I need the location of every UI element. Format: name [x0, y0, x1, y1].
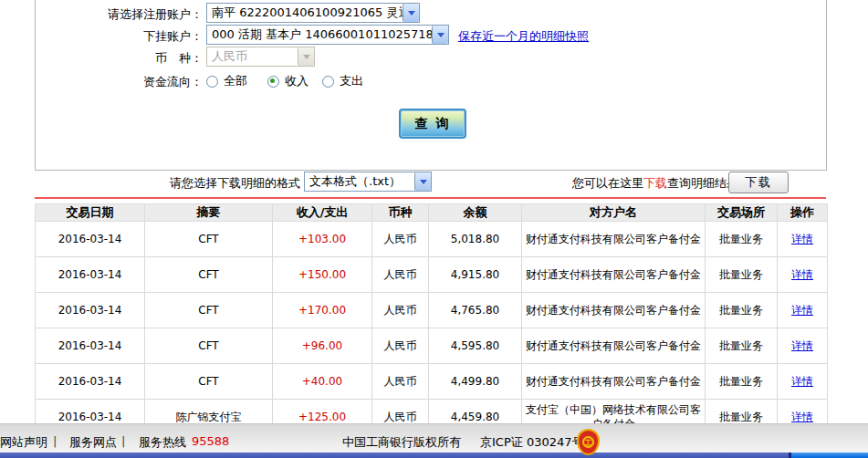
cell-counterparty: 财付通支付科技有限公司客户备付金 — [522, 257, 706, 293]
radio-flow-income[interactable]: 收入 — [267, 73, 309, 89]
cell-channel: 批量业务 — [706, 328, 778, 364]
table-row: 2016-03-14 CFT +103.00 人民币 5,018.80 财付通支… — [36, 222, 828, 257]
cell-counterparty: 财付通支付科技有限公司客户备付金 — [522, 293, 706, 328]
registered-account-value: 南平 6222001406100921065 灵通卡 — [207, 5, 403, 21]
cell-summary: CFT — [145, 328, 273, 364]
col-header-currency: 币种 — [372, 204, 429, 222]
cell-currency: 人民币 — [372, 257, 429, 293]
radio-flow-all[interactable]: 全部 — [206, 73, 247, 89]
currency-label: 币 种： — [35, 50, 203, 67]
cell-action: 详情 — [778, 328, 828, 364]
cell-currency: 人民币 — [372, 328, 429, 364]
registered-account-label: 请选择注册账户： — [35, 6, 203, 23]
col-header-counterparty: 对方户名 — [522, 204, 706, 222]
detail-link[interactable]: 详情 — [791, 304, 813, 317]
cell-amount: +170.00 — [273, 293, 372, 328]
cell-balance: 4,595.80 — [429, 328, 522, 364]
col-header-amount: 收入/支出 — [273, 204, 372, 222]
detail-link[interactable]: 详情 — [791, 268, 813, 281]
cell-balance: 4,915.80 — [429, 257, 522, 293]
col-header-balance: 余额 — [429, 204, 522, 222]
table-header-row: 交易日期 摘要 收入/支出 币种 余额 对方户名 交易场所 操作 — [36, 204, 828, 222]
cell-action: 详情 — [778, 293, 828, 328]
sub-account-value: 000 活期 基本户 1406600101102571848 — [207, 26, 432, 43]
cell-balance: 4,499.80 — [429, 364, 522, 400]
cell-action: 详情 — [778, 257, 828, 293]
table-row: 2016-03-14 CFT +96.00 人民币 4,595.80 财付通支付… — [36, 328, 828, 364]
cell-channel: 批量业务 — [706, 222, 778, 257]
chevron-down-icon[interactable] — [414, 172, 431, 191]
radio-flow-expense-label: 支出 — [340, 73, 363, 89]
chevron-down-icon — [298, 47, 314, 66]
cell-counterparty: 财付通支付科技有限公司客户备付金 — [522, 364, 706, 400]
cell-summary: CFT — [145, 364, 273, 400]
download-format-value: 文本格式（.txt） — [305, 173, 414, 190]
cell-action: 详情 — [778, 222, 828, 257]
col-header-summary: 摘要 — [145, 204, 273, 222]
detail-link[interactable]: 详情 — [791, 233, 813, 245]
col-header-action: 操作 — [778, 204, 828, 222]
radio-icon[interactable] — [322, 76, 334, 88]
download-hint-pre: 您可以在这里 — [572, 176, 643, 190]
flow-label: 资金流向： — [35, 74, 203, 90]
download-button[interactable]: 下载 — [728, 172, 789, 193]
registered-account-select[interactable]: 南平 6222001406100921065 灵通卡 — [206, 3, 420, 23]
cell-counterparty: 财付通支付科技有限公司客户备付金 — [522, 222, 706, 257]
radio-flow-expense[interactable]: 支出 — [322, 73, 363, 89]
red-divider — [35, 197, 826, 199]
download-hint: 您可以在这里下载查询明细结果 — [572, 175, 738, 192]
detail-link[interactable]: 详情 — [791, 411, 813, 423]
currency-value: 人民币 — [207, 48, 298, 65]
currency-select: 人民币 — [206, 47, 315, 67]
statusbar-segment-left — [0, 453, 789, 458]
radio-icon[interactable] — [206, 76, 218, 88]
detail-link[interactable]: 详情 — [791, 339, 813, 352]
footer-link-statement[interactable]: 网站声明 — [0, 434, 47, 451]
cell-balance: 4,765.80 — [429, 293, 522, 328]
transactions-table: 交易日期 摘要 收入/支出 币种 余额 对方户名 交易场所 操作 2016-03… — [35, 203, 828, 435]
cell-balance: 5,018.80 — [429, 222, 522, 257]
snapshot-link[interactable]: 保存近一个月的明细快照 — [458, 28, 589, 45]
cell-counterparty: 财付通支付科技有限公司客户备付金 — [522, 328, 706, 364]
footer-icp: 京ICP证 030247号 — [480, 434, 584, 451]
cell-channel: 批量业务 — [706, 364, 778, 400]
cell-amount: +96.00 — [273, 328, 372, 364]
cell-action: 详情 — [778, 364, 828, 400]
download-format-label: 请您选择下载明细的格式 — [170, 175, 300, 192]
cell-date: 2016-03-14 — [36, 257, 145, 293]
cell-summary: CFT — [145, 293, 273, 328]
chevron-down-icon[interactable] — [403, 4, 419, 22]
icbc-badge-glyph: 工 — [582, 436, 594, 448]
col-header-channel: 交易场所 — [706, 204, 778, 222]
detail-link[interactable]: 详情 — [791, 375, 813, 388]
cell-date: 2016-03-14 — [36, 293, 145, 328]
download-format-select[interactable]: 文本格式（.txt） — [304, 172, 432, 192]
cell-amount: +150.00 — [273, 257, 372, 293]
table-row: 2016-03-14 CFT +40.00 人民币 4,499.80 财付通支付… — [36, 364, 828, 400]
col-header-date: 交易日期 — [36, 204, 145, 222]
cell-currency: 人民币 — [372, 222, 429, 257]
radio-flow-income-label: 收入 — [285, 73, 309, 89]
query-button[interactable]: 查 询 — [399, 109, 466, 139]
cell-amount: +103.00 — [273, 222, 372, 257]
cell-summary: CFT — [145, 257, 273, 293]
table-row: 2016-03-14 CFT +170.00 人民币 4,765.80 财付通支… — [36, 293, 828, 328]
cell-date: 2016-03-14 — [36, 364, 145, 400]
cell-summary: CFT — [145, 222, 273, 257]
cell-channel: 批量业务 — [706, 257, 778, 293]
footer-hotline-label: 服务热线 — [139, 434, 186, 451]
cell-channel: 批量业务 — [706, 293, 778, 328]
footer-copyright: 中国工商银行版权所有 — [342, 434, 461, 451]
cell-amount: +40.00 — [273, 364, 372, 400]
download-hint-link[interactable]: 下载 — [643, 176, 667, 190]
radio-icon[interactable] — [267, 76, 279, 88]
radio-flow-all-label: 全部 — [224, 73, 247, 89]
cell-currency: 人民币 — [372, 364, 429, 400]
footer-separator: | — [121, 434, 125, 448]
table-row: 2016-03-14 CFT +150.00 人民币 4,915.80 财付通支… — [36, 257, 828, 293]
chevron-down-icon[interactable] — [432, 26, 448, 44]
footer-separator: | — [53, 434, 57, 448]
sub-account-label: 下挂账户： — [35, 28, 203, 45]
sub-account-select[interactable]: 000 活期 基本户 1406600101102571848 — [206, 25, 449, 45]
footer-link-branches[interactable]: 服务网点 — [69, 434, 117, 451]
